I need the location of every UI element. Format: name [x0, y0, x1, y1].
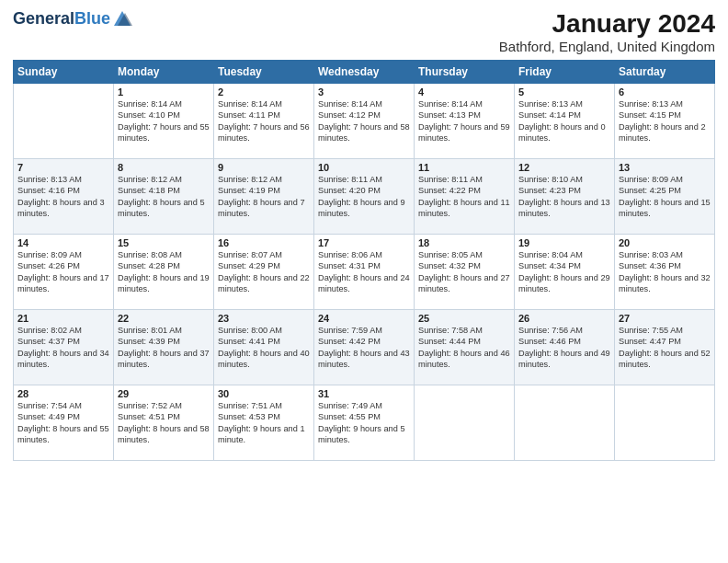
week-row-2: 14Sunrise: 8:09 AMSunset: 4:26 PMDayligh…	[14, 235, 715, 310]
col-tuesday: Tuesday	[214, 61, 314, 84]
day-number: 11	[418, 162, 510, 173]
cell-4-3: 31Sunrise: 7:49 AMSunset: 4:55 PMDayligh…	[314, 385, 415, 461]
day-number: 20	[619, 237, 711, 248]
cell-sunset: Sunset: 4:15 PM	[619, 110, 681, 120]
day-number: 30	[218, 388, 310, 399]
cell-sunset: Sunset: 4:32 PM	[418, 261, 481, 270]
cell-sunrise: Sunrise: 8:09 AM	[17, 250, 82, 259]
day-number: 24	[318, 313, 410, 324]
cell-1-5: 12Sunrise: 8:10 AMSunset: 4:23 PMDayligh…	[515, 159, 615, 235]
day-number: 2	[218, 86, 310, 98]
cell-sunrise: Sunrise: 8:14 AM	[218, 99, 282, 109]
cell-sunset: Sunset: 4:10 PM	[118, 110, 180, 120]
cell-4-2: 30Sunrise: 7:51 AMSunset: 4:53 PMDayligh…	[214, 385, 314, 461]
day-number: 28	[17, 388, 109, 399]
logo: GeneralBlue	[13, 9, 132, 29]
day-number: 31	[318, 388, 410, 399]
day-number: 29	[118, 388, 210, 399]
cell-sunset: Sunset: 4:14 PM	[518, 110, 581, 120]
cell-sunrise: Sunrise: 7:55 AM	[619, 326, 683, 335]
cell-sunrise: Sunrise: 8:14 AM	[418, 99, 483, 109]
cell-daylight: Daylight: 8 hours and 58 minutes.	[118, 424, 210, 444]
cell-sunrise: Sunrise: 7:52 AM	[118, 401, 182, 410]
cell-daylight: Daylight: 8 hours and 46 minutes.	[418, 349, 510, 369]
day-number: 10	[318, 162, 410, 173]
cell-sunset: Sunset: 4:29 PM	[218, 261, 280, 270]
cell-daylight: Daylight: 8 hours and 40 minutes.	[218, 349, 310, 369]
cell-1-1: 8Sunrise: 8:12 AMSunset: 4:18 PMDaylight…	[114, 159, 214, 235]
cell-sunrise: Sunrise: 7:58 AM	[418, 326, 483, 335]
cell-daylight: Daylight: 8 hours and 7 minutes.	[218, 198, 305, 218]
cell-2-0: 14Sunrise: 8:09 AMSunset: 4:26 PMDayligh…	[14, 235, 114, 310]
day-number: 6	[619, 86, 711, 98]
cell-2-6: 20Sunrise: 8:03 AMSunset: 4:36 PMDayligh…	[615, 235, 715, 310]
cell-sunrise: Sunrise: 8:12 AM	[218, 175, 282, 184]
day-number: 19	[518, 237, 610, 248]
day-number: 25	[418, 313, 510, 324]
cell-sunset: Sunset: 4:36 PM	[619, 261, 681, 270]
cell-3-2: 23Sunrise: 8:00 AMSunset: 4:41 PMDayligh…	[214, 310, 314, 385]
cell-sunrise: Sunrise: 7:54 AM	[17, 401, 82, 410]
cell-1-0: 7Sunrise: 8:13 AMSunset: 4:16 PMDaylight…	[14, 159, 114, 235]
cell-4-5	[515, 385, 615, 461]
cell-sunset: Sunset: 4:12 PM	[318, 110, 381, 120]
subtitle: Bathford, England, United Kingdom	[499, 39, 715, 54]
cell-0-6: 6Sunrise: 8:13 AMSunset: 4:15 PMDaylight…	[615, 84, 715, 159]
col-monday: Monday	[114, 61, 214, 84]
cell-sunrise: Sunrise: 8:12 AM	[118, 175, 182, 184]
cell-sunset: Sunset: 4:39 PM	[118, 337, 180, 346]
cell-sunset: Sunset: 4:19 PM	[218, 186, 280, 195]
day-number: 3	[318, 86, 410, 98]
cell-2-4: 18Sunrise: 8:05 AMSunset: 4:32 PMDayligh…	[415, 235, 515, 310]
cell-3-1: 22Sunrise: 8:01 AMSunset: 4:39 PMDayligh…	[114, 310, 214, 385]
day-number: 7	[17, 162, 109, 173]
cell-sunrise: Sunrise: 8:13 AM	[17, 175, 82, 184]
cell-sunset: Sunset: 4:18 PM	[118, 186, 180, 195]
week-row-1: 7Sunrise: 8:13 AMSunset: 4:16 PMDaylight…	[14, 159, 715, 235]
cell-daylight: Daylight: 8 hours and 9 minutes.	[318, 198, 405, 218]
cell-sunset: Sunset: 4:37 PM	[17, 337, 80, 346]
day-number: 8	[118, 162, 210, 173]
cell-daylight: Daylight: 8 hours and 32 minutes.	[619, 273, 711, 293]
cell-0-4: 4Sunrise: 8:14 AMSunset: 4:13 PMDaylight…	[415, 84, 515, 159]
cell-sunrise: Sunrise: 8:10 AM	[518, 175, 583, 184]
cell-sunrise: Sunrise: 8:11 AM	[418, 175, 483, 184]
cell-sunrise: Sunrise: 8:08 AM	[118, 250, 182, 259]
cell-0-1: 1Sunrise: 8:14 AMSunset: 4:10 PMDaylight…	[114, 84, 214, 159]
cell-sunrise: Sunrise: 7:56 AM	[518, 326, 583, 335]
cell-daylight: Daylight: 8 hours and 13 minutes.	[518, 198, 610, 218]
day-number: 23	[218, 313, 310, 324]
day-number: 13	[619, 162, 711, 173]
cell-sunrise: Sunrise: 8:11 AM	[318, 175, 382, 184]
day-number: 16	[218, 237, 310, 248]
cell-sunset: Sunset: 4:55 PM	[318, 412, 381, 421]
cell-sunset: Sunset: 4:13 PM	[418, 110, 481, 120]
cell-1-3: 10Sunrise: 8:11 AMSunset: 4:20 PMDayligh…	[314, 159, 415, 235]
cell-1-6: 13Sunrise: 8:09 AMSunset: 4:25 PMDayligh…	[615, 159, 715, 235]
cell-sunrise: Sunrise: 8:07 AM	[218, 250, 282, 259]
day-number: 9	[218, 162, 310, 173]
day-number: 26	[518, 313, 610, 324]
header: GeneralBlue January 2024 Bathford, Engla…	[13, 9, 715, 54]
main-title: January 2024	[499, 9, 715, 39]
day-number: 5	[518, 86, 610, 98]
cell-2-3: 17Sunrise: 8:06 AMSunset: 4:31 PMDayligh…	[314, 235, 415, 310]
cell-1-4: 11Sunrise: 8:11 AMSunset: 4:22 PMDayligh…	[415, 159, 515, 235]
cell-2-2: 16Sunrise: 8:07 AMSunset: 4:29 PMDayligh…	[214, 235, 314, 310]
week-row-4: 28Sunrise: 7:54 AMSunset: 4:49 PMDayligh…	[14, 385, 715, 461]
cell-daylight: Daylight: 7 hours and 59 minutes.	[418, 122, 510, 143]
cell-daylight: Daylight: 8 hours and 55 minutes.	[17, 424, 109, 444]
cell-daylight: Daylight: 8 hours and 34 minutes.	[17, 349, 109, 369]
day-number: 17	[318, 237, 410, 248]
cell-0-3: 3Sunrise: 8:14 AMSunset: 4:12 PMDaylight…	[314, 84, 415, 159]
cell-sunrise: Sunrise: 8:13 AM	[619, 99, 683, 109]
cell-0-0	[14, 84, 114, 159]
col-sunday: Sunday	[14, 61, 114, 84]
weekday-row: Sunday Monday Tuesday Wednesday Thursday…	[14, 61, 715, 84]
day-number: 14	[17, 237, 109, 248]
cell-daylight: Daylight: 8 hours and 0 minutes.	[518, 122, 606, 143]
cell-sunset: Sunset: 4:23 PM	[518, 186, 581, 195]
cell-3-4: 25Sunrise: 7:58 AMSunset: 4:44 PMDayligh…	[415, 310, 515, 385]
day-number: 4	[418, 86, 510, 98]
cell-sunset: Sunset: 4:16 PM	[17, 186, 80, 195]
